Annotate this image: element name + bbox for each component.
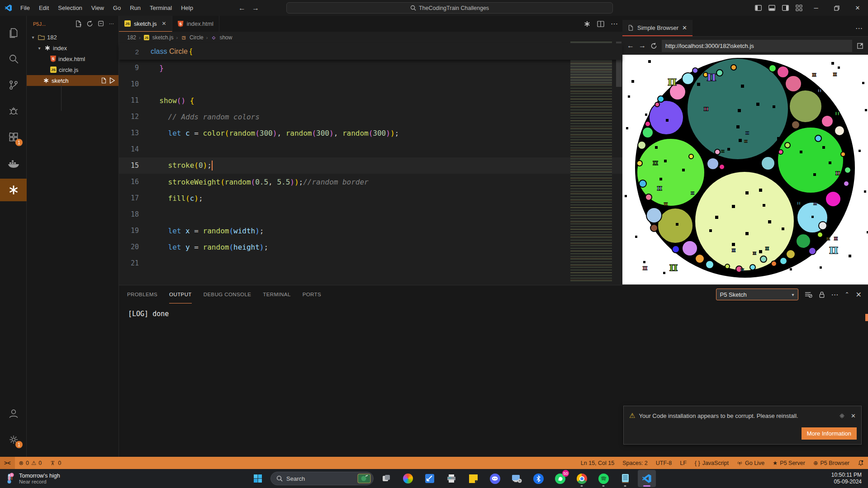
output-log[interactable]: [LOG] done [119,303,868,318]
menu-help[interactable]: Help [176,0,198,16]
output-channel-select[interactable]: P5 Sketch ▾ [716,289,798,300]
sticky-scroll-line[interactable]: 2class Circle { [119,43,622,60]
reload-icon[interactable] [650,43,657,49]
code-editor[interactable]: 9 }1011 show() {12 // Adds random colors… [119,60,622,271]
go-live-button[interactable]: Go Live [733,457,768,469]
vscode-taskbar-icon[interactable] [638,470,656,487]
ports-status[interactable]: 0 [46,457,65,469]
code-line-12[interactable]: 12 // Adds random colors [119,109,622,125]
p5-extension-icon[interactable] [0,179,27,201]
indentation[interactable]: Spaces: 2 [618,457,652,469]
code-line-15[interactable]: 15 stroke(0); [119,157,622,174]
source-control-icon[interactable] [0,74,27,96]
eol-sequence[interactable]: LF [676,457,691,469]
bluetooth-icon[interactable] [529,470,547,487]
url-input[interactable] [662,40,852,52]
run-sketch-icon[interactable] [109,77,115,84]
restore-button[interactable] [826,0,847,16]
explorer-icon[interactable] [0,21,27,44]
menu-go[interactable]: Go [109,0,125,16]
cursor-position[interactable]: Ln 15, Col 15 [577,457,618,469]
notifications-bell[interactable] [854,457,868,469]
breadcrumb-folder[interactable]: 182 [127,34,136,41]
debug-icon[interactable] [0,100,27,123]
breadcrumb-class[interactable]: Circle [190,34,204,41]
toggle-secondary-sidebar-icon[interactable] [778,0,792,16]
menu-file[interactable]: File [16,0,34,16]
problems-status[interactable]: ⊗0 ⚠0 [15,457,46,469]
customize-layout-icon[interactable] [792,0,806,16]
code-line-14[interactable]: 14 [119,141,622,157]
panel-scrollbar-thumb[interactable] [865,314,868,321]
notification-gear-icon[interactable] [839,412,845,419]
code-line-10[interactable]: 10 [119,76,622,92]
p5-browser-button[interactable]: ⊕ P5 Browser [809,457,854,469]
panel-tab-output[interactable]: OUTPUT [169,285,192,303]
tab-sketch-js[interactable]: JS sketch.js ✕ [119,16,172,32]
editor-more-icon[interactable]: ⋯ [611,19,618,28]
panel-tab-terminal[interactable]: TERMINAL [263,285,290,303]
language-mode[interactable]: { } JavaScript [691,457,733,469]
tree-item-index-html[interactable]: 5 index.html [27,53,119,64]
tree-item-index[interactable]: ▾ index [27,43,119,53]
panel-more-icon[interactable]: ⋯ [831,290,839,299]
discord-icon[interactable] [486,470,504,487]
toggle-sidebar-icon[interactable] [751,0,765,16]
code-line-19[interactable]: 19 let x = random(width); [119,223,622,239]
split-editor-icon[interactable] [597,20,604,28]
taskbar-search[interactable]: Search [270,472,374,485]
settings-gear-icon[interactable]: 1 [0,428,27,451]
clear-output-icon[interactable] [805,291,812,298]
code-line-17[interactable]: 17 fill(c); [119,190,622,206]
notification-close-icon[interactable]: ✕ [849,412,856,419]
tab-index-html[interactable]: 5 index.html [172,16,219,32]
task-view-button[interactable] [377,470,395,487]
simple-browser-tab[interactable]: Simple Browser ✕ [622,20,693,36]
p5-server-button[interactable]: ★ P5 Server [768,457,809,469]
more-information-button[interactable]: More Information [802,427,857,440]
browser-more-icon[interactable]: ⋯ [855,24,863,33]
open-external-icon[interactable] [857,43,863,49]
start-button[interactable] [249,470,267,487]
more-actions-icon[interactable]: ⋯ [109,21,119,27]
close-tab-icon[interactable]: ✕ [162,20,166,27]
pc-settings-icon[interactable] [508,470,526,487]
code-line-20[interactable]: 20 let y = random(height); [119,239,622,255]
taskbar-clock[interactable]: 10:50:11 PM 05-09-2024 [831,472,868,485]
code-line-11[interactable]: 11 show() { [119,92,622,109]
breadcrumb-file[interactable]: sketch.js [152,34,174,41]
new-file-icon[interactable] [75,20,82,27]
breadcrumb-method[interactable]: show [219,34,232,41]
code-line-9[interactable]: 9 } [119,60,622,76]
sticky-notes-icon[interactable] [464,470,482,487]
search-icon[interactable] [0,47,27,70]
menu-run[interactable]: Run [125,0,145,16]
code-line-18[interactable]: 18 [119,206,622,223]
p5-run-icon[interactable] [583,20,591,28]
back-arrow-icon[interactable]: ← [238,4,246,12]
minimize-button[interactable]: ─ [806,0,826,16]
close-button[interactable]: ✕ [847,0,868,16]
printer-icon[interactable] [442,470,460,487]
encoding[interactable]: UTF-8 [652,457,676,469]
extensions-icon[interactable]: 1 [0,126,27,149]
menu-selection[interactable]: Selection [53,0,86,16]
menu-view[interactable]: View [87,0,109,16]
panel-tab-debug-console[interactable]: DEBUG CONSOLE [204,285,251,303]
lock-icon[interactable] [819,291,825,298]
tree-item-circle-js[interactable]: JS circle.js [27,64,119,75]
spotify-icon[interactable] [594,470,612,487]
close-panel-icon[interactable]: ✕ [856,290,862,299]
code-line-13[interactable]: 13 let c = color(random(300), random(300… [119,125,622,141]
minimap[interactable] [570,42,612,281]
forward-icon[interactable]: → [639,42,646,50]
code-line-2[interactable]: 2class Circle { [119,43,622,60]
panel-tab-problems[interactable]: PROBLEMS [127,285,157,303]
account-icon[interactable] [0,403,27,425]
snipping-tool-icon[interactable] [421,470,439,487]
tree-item-sketch[interactable]: sketch [27,75,119,86]
copilot-icon[interactable] [399,470,417,487]
refresh-icon[interactable] [86,20,93,27]
command-center-search[interactable]: TheCodingTrain Challenges [286,2,613,14]
toggle-panel-icon[interactable] [765,0,778,16]
